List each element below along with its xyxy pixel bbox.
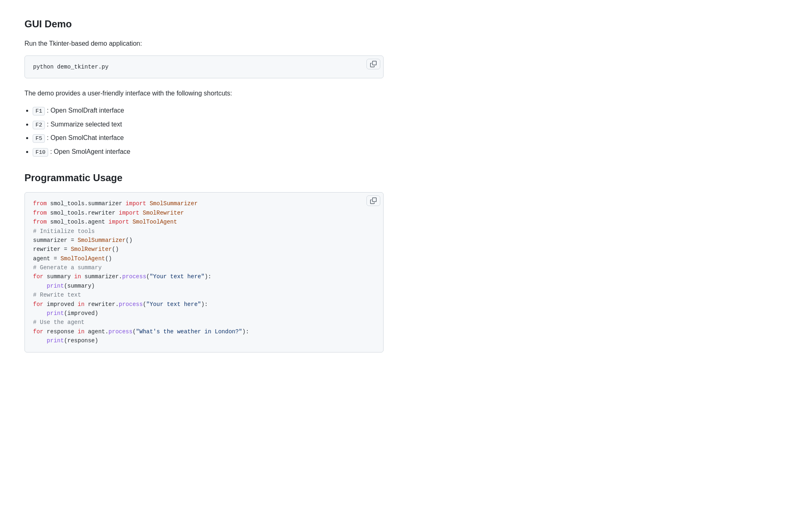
shortcut-key-f1: F1 [33,107,45,115]
code-line-1: from smol_tools.summarizer import SmolSu… [33,199,375,208]
shortcut-key-f10: F10 [33,148,48,157]
copy-command-button[interactable] [366,59,380,69]
shortcut-desc-f2: : Summarize selected text [47,121,122,128]
list-item: F5 : Open SmolChat interface [33,133,384,143]
code-line-8: # Generate a summary [33,263,375,272]
code-block-container: from smol_tools.summarizer import SmolSu… [24,192,384,352]
programmatic-code-block: from smol_tools.summarizer import SmolSu… [24,192,384,352]
shortcut-key-f2: F2 [33,121,45,129]
code-line-15: for response in agent.process("What's th… [33,327,375,336]
programmatic-usage-heading: Programmatic Usage [24,170,384,186]
list-item: F2 : Summarize selected text [33,119,384,130]
command-text: python demo_tkinter.py [33,64,109,70]
list-item: F10 : Open SmolAgent interface [33,146,384,157]
shortcut-desc-f10: : Open SmolAgent interface [50,148,131,155]
gui-demo-heading: GUI Demo [24,16,384,32]
code-line-4: # Initialize tools [33,227,375,236]
shortcut-key-f5: F5 [33,134,45,143]
shortcuts-list: F1 : Open SmolDraft interface F2 : Summa… [33,105,384,157]
shortcut-desc-f1: : Open SmolDraft interface [47,107,124,114]
copy-icon-2 [370,197,377,204]
code-line-16: print(response) [33,336,375,345]
code-line-3: from smol_tools.agent import SmolToolAge… [33,217,375,226]
shortcuts-description: The demo provides a user-friendly interf… [24,88,384,99]
code-line-10: print(summary) [33,282,375,290]
code-line-14: # Use the agent [33,318,375,327]
shortcut-desc-f5: : Open SmolChat interface [47,134,124,141]
code-line-2: from smol_tools.rewriter import SmolRewr… [33,208,375,217]
programmatic-usage-section: Programmatic Usage from smol_tools.summa… [24,170,384,352]
copy-icon [370,61,377,67]
list-item: F1 : Open SmolDraft interface [33,105,384,116]
code-line-12: for improved in rewriter.process("Your t… [33,300,375,309]
command-code-block-container: python demo_tkinter.py [24,55,384,78]
gui-demo-intro: Run the Tkinter-based demo application: [24,38,384,49]
code-line-5: summarizer = SmolSummarizer() [33,236,375,245]
code-line-9: for summary in summarizer.process("Your … [33,272,375,281]
copy-code-button[interactable] [366,195,380,206]
code-line-6: rewriter = SmolRewriter() [33,245,375,254]
gui-demo-section: GUI Demo Run the Tkinter-based demo appl… [24,16,384,157]
command-code-block: python demo_tkinter.py [24,55,384,78]
code-line-11: # Rewrite text [33,290,375,299]
code-line-7: agent = SmolToolAgent() [33,254,375,263]
code-line-13: print(improved) [33,309,375,318]
